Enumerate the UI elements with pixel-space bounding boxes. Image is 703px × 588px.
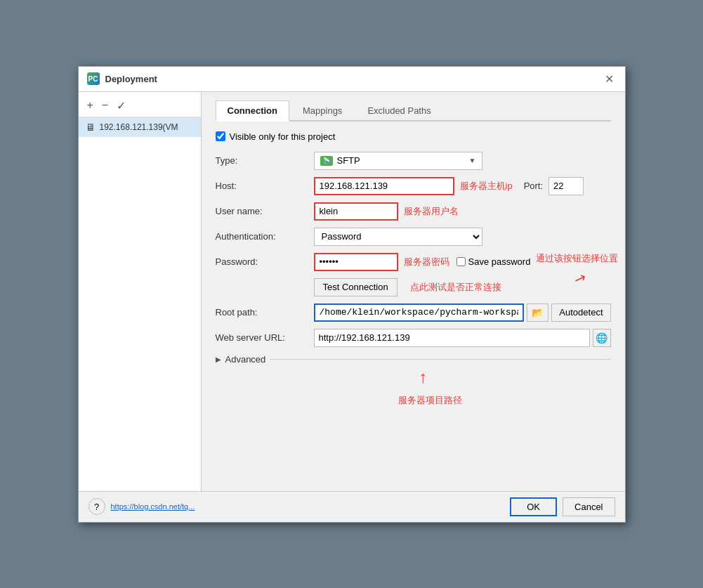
host-input[interactable] [314,177,454,195]
visible-only-checkbox[interactable] [216,131,225,141]
web-url-input[interactable] [314,329,590,347]
visible-only-label: Visible only for this project [230,131,336,142]
remove-server-button[interactable]: − [99,98,111,113]
web-url-label: Web server URL: [216,332,314,343]
root-path-input[interactable] [314,303,525,322]
content-area: Connection Mappings Excluded Paths Visib… [202,92,625,491]
auth-label: Authentication: [216,231,314,242]
host-row: Host: 服务器主机ip Port: [216,177,611,195]
root-path-group: 📂 Autodetect [314,303,611,322]
dialog-title: Deployment [105,74,157,84]
add-server-button[interactable]: + [84,98,96,113]
auth-row: Authentication: Password Key pair OpenSS… [216,228,611,246]
cancel-button[interactable]: Cancel [563,497,615,516]
type-dropdown[interactable]: 📡 SFTP ▼ [314,152,482,170]
globe-icon: 🌐 [596,332,607,344]
password-label: Password: [216,256,314,267]
tab-excluded-paths[interactable]: Excluded Paths [355,100,442,120]
sftp-server-icon: 🖥 [86,122,96,133]
title-bar-left: PC Deployment [87,72,157,85]
save-password-checkbox[interactable] [456,257,466,266]
username-input[interactable] [314,202,398,221]
port-group: Port: [524,177,584,195]
tab-connection[interactable]: Connection [216,100,290,122]
help-button[interactable]: ? [88,498,105,515]
test-connection-button[interactable]: Test Connection [314,278,398,296]
type-value: SFTP [337,155,360,166]
username-label: User name: [216,206,314,216]
sidebar: + − ✓ 🖥 192.168.121.139(VM [79,92,202,491]
main-body: + − ✓ 🖥 192.168.121.139(VM Connection Ma… [79,92,625,491]
password-row: Password: 服务器密码 Save password [216,253,611,271]
tab-mappings[interactable]: Mappings [291,100,354,120]
visible-checkbox-row: Visible only for this project [216,131,611,142]
server-item-label: 192.168.121.139(VM [100,122,178,132]
password-annotation: 服务器密码 [404,256,449,268]
username-row: User name: 服务器用户名 [216,202,611,221]
deployment-dialog: PC Deployment ✕ + − ✓ 🖥 192.168.121.139(… [78,66,626,523]
type-row: Type: 📡 SFTP ▼ [216,152,611,170]
open-browser-button[interactable]: 🌐 [593,329,611,347]
username-annotation: 服务器用户名 [404,205,459,218]
advanced-label: Advanced [225,354,266,365]
ok-button[interactable]: OK [510,497,557,516]
type-dropdown-arrow: ▼ [469,157,476,164]
advanced-arrow-icon: ▶ [216,355,221,363]
rootpath-callout-text: 服务器项目路径 [398,394,462,407]
tabs-bar: Connection Mappings Excluded Paths [216,100,611,122]
test-connection-row: Test Connection 点此测试是否正常连接 [314,278,611,296]
web-url-group: 🌐 [314,329,611,347]
advanced-row[interactable]: ▶ Advanced [216,354,611,365]
type-label: Type: [216,155,314,166]
close-button[interactable]: ✕ [603,72,617,86]
root-path-row: Root path: 📂 Autodetect [216,303,611,322]
bottom-right-buttons: OK Cancel [510,497,615,516]
check-server-button[interactable]: ✓ [114,98,129,114]
save-password-label: Save password [468,256,531,267]
autodetect-button[interactable]: Autodetect [551,303,610,322]
password-input[interactable] [314,253,398,271]
sftp-icon: 📡 [320,156,333,166]
title-bar: PC Deployment ✕ [79,67,625,92]
host-annotation: 服务器主机ip [460,180,513,192]
rootpath-callout-arrow: ↑ [419,367,428,387]
advanced-separator [270,359,610,360]
port-label: Port: [524,181,543,191]
server-list-item[interactable]: 🖥 192.168.121.139(VM [79,117,201,137]
app-icon: PC [87,72,100,85]
sidebar-toolbar: + − ✓ [79,95,201,117]
host-label: Host: [216,181,314,191]
web-url-row: Web server URL: 🌐 [216,329,611,347]
test-annotation: 点此测试是否正常连接 [410,281,501,294]
root-path-label: Root path: [216,307,314,318]
bottom-bar: ? https://blog.csdn.net/tq... OK Cancel [79,491,625,522]
bottom-url[interactable]: https://blog.csdn.net/tq... [111,502,195,511]
browse-button[interactable]: 📂 [527,303,548,322]
folder-icon: 📂 [532,307,544,318]
auth-select[interactable]: Password Key pair OpenSSH config [314,228,482,246]
save-password-group: Save password [456,256,531,267]
port-input[interactable] [548,177,584,195]
